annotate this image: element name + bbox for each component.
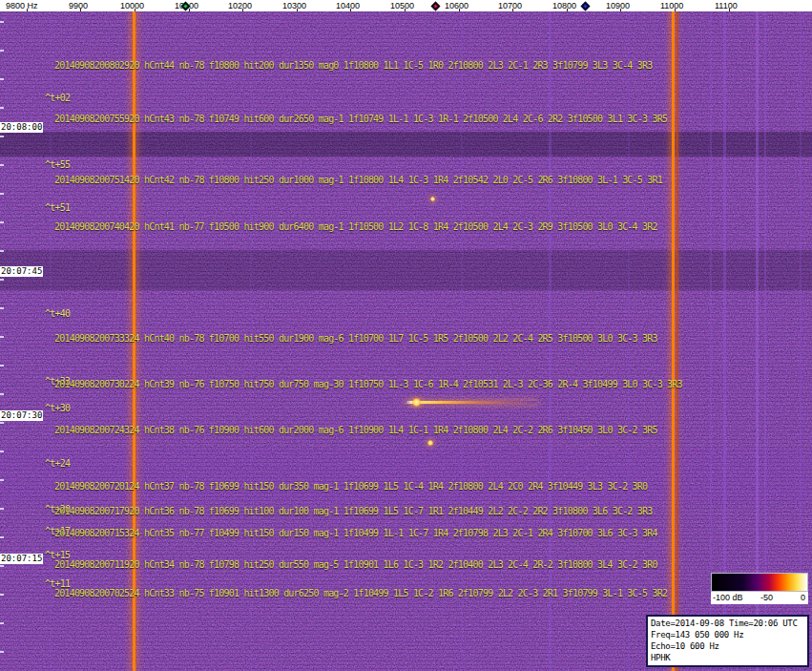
detection-log-line: 20140908200755920 hCnt43 nb-78 f10749 hi… xyxy=(54,114,667,124)
freq-tick xyxy=(135,9,135,11)
time-label: 20:08:00 xyxy=(0,122,43,133)
time-label: 20:07:45 xyxy=(0,266,43,277)
time-offset-marker: ^t+55 xyxy=(45,159,70,170)
freq-tick xyxy=(675,9,676,11)
time-offset-marker: ^t+24 xyxy=(45,458,70,469)
freq-tick xyxy=(350,9,351,11)
time-tick xyxy=(0,221,4,223)
scale-label-min: -100 dB xyxy=(713,593,743,602)
time-tick xyxy=(0,307,4,309)
time-tick xyxy=(0,365,4,367)
intensity-gradient-bar xyxy=(711,573,808,592)
freq-tick xyxy=(405,9,406,11)
intensity-scale: -100 dB -50 0 xyxy=(711,573,808,604)
time-tick xyxy=(0,250,4,252)
info-callsign-line: HPHK xyxy=(651,652,804,663)
time-tick xyxy=(0,21,4,23)
freq-label: 10800 xyxy=(552,1,576,10)
detection-log-line: 20140908200711920 hCnt34 nb-78 f10798 hi… xyxy=(54,559,657,570)
freq-label: 10400 xyxy=(336,1,360,10)
freq-tick xyxy=(459,9,460,11)
info-date-line: Date=2014-09-08 Time=20:06 UTC xyxy=(651,618,804,629)
freq-label: 10700 xyxy=(498,1,522,10)
time-tick xyxy=(0,451,4,452)
time-tick xyxy=(0,50,4,52)
freq-label: 10200 xyxy=(228,1,252,10)
time-offset-marker: ^t+02 xyxy=(45,93,70,103)
time-tick xyxy=(0,336,4,338)
freq-tick xyxy=(620,9,621,11)
meteor-echo-dot xyxy=(412,398,421,407)
meteor-echo-dot xyxy=(430,197,435,201)
freq-tick xyxy=(512,9,513,11)
freq-tick xyxy=(80,9,81,11)
freq-label: 10600 xyxy=(445,1,468,10)
time-tick xyxy=(0,393,4,395)
carrier-line xyxy=(672,11,675,671)
time-label: 20:07:15 xyxy=(0,554,43,564)
time-tick xyxy=(0,651,4,653)
scale-label-max: 0 xyxy=(801,593,805,602)
freq-tick xyxy=(242,9,243,11)
spur-line xyxy=(677,11,678,671)
time-tick xyxy=(0,107,4,109)
scale-label-mid: -50 xyxy=(760,593,773,602)
noise-band xyxy=(0,132,812,157)
time-tick xyxy=(0,536,4,538)
intensity-scale-labels: -100 dB -50 0 xyxy=(711,592,808,604)
freq-tick xyxy=(27,9,28,11)
freq-tick xyxy=(297,9,298,11)
time-tick xyxy=(0,78,4,80)
time-tick xyxy=(0,164,4,166)
noise-band xyxy=(0,250,812,290)
freq-label: 11100 xyxy=(715,1,738,10)
freq-label: 10900 xyxy=(606,1,630,10)
freq-tick xyxy=(729,9,730,11)
time-tick xyxy=(0,136,4,137)
time-tick xyxy=(0,479,4,481)
detection-log-line: 20140908200733324 hCnt40 nb-78 f10700 hi… xyxy=(54,333,657,344)
time-offset-marker: ^t+40 xyxy=(45,308,70,319)
time-tick xyxy=(0,622,4,624)
freq-tick xyxy=(189,9,190,11)
freq-label: 10300 xyxy=(282,1,306,10)
freq-label: 9900 xyxy=(69,1,88,10)
time-tick xyxy=(0,594,4,596)
detection-log-line: 20140908200720124 hCnt37 nb-78 f10699 hi… xyxy=(54,481,647,492)
time-tick xyxy=(0,565,4,567)
spur-line xyxy=(50,11,52,671)
meteor-echo-streak xyxy=(405,401,538,404)
noise-band xyxy=(0,449,812,504)
frequency-ruler: 9800 Hz990010000101001020010300104001050… xyxy=(0,0,812,11)
time-tick xyxy=(0,279,4,281)
detection-log-line: 20140908200715324 hCnt35 nb-77 f10499 hi… xyxy=(54,528,657,538)
detection-log-line: 20140908200702524 hCnt33 nb-75 f10901 hi… xyxy=(54,588,667,598)
time-tick xyxy=(0,422,4,424)
time-tick xyxy=(0,508,4,510)
meteor-echo-dot xyxy=(427,440,433,446)
time-tick xyxy=(0,193,4,195)
freq-label: 10000 xyxy=(120,1,144,10)
detection-log-line: 20140908200751420 hCnt42 nb-78 f10800 hi… xyxy=(54,175,662,185)
time-offset-marker: ^t+51 xyxy=(45,202,70,213)
detection-log-line: 20140908200802920 hCnt44 nb-78 f10800 hi… xyxy=(54,60,652,71)
freq-label: 9800 Hz xyxy=(6,1,38,10)
freq-tick xyxy=(567,9,568,11)
detection-log-line: 20140908200740420 hCnt41 nb-77 f10500 hi… xyxy=(54,221,657,232)
info-echo-line: Echo=10 600 Hz xyxy=(651,640,804,652)
time-label: 20:07:30 xyxy=(0,410,43,421)
info-freq-line: Freq=143 050 000 Hz xyxy=(651,629,804,640)
detection-log-line: 20140908200724324 hCnt38 nb-76 f10900 hi… xyxy=(54,425,657,435)
spectrogram-screen: 20140908200802920 hCnt44 nb-78 f10800 hi… xyxy=(0,0,812,671)
time-offset-marker: ^t+30 xyxy=(45,403,70,413)
freq-label: 10500 xyxy=(390,1,414,10)
detection-log-line: 20140908200730224 hCnt39 nb-76 f10750 hi… xyxy=(54,379,682,389)
status-info-box: Date=2014-09-08 Time=20:06 UTC Freq=143 … xyxy=(646,615,809,667)
detection-log-line: 20140908200717920 hCnt36 nb-78 f10699 hi… xyxy=(54,506,652,516)
freq-label: 11000 xyxy=(660,1,683,10)
